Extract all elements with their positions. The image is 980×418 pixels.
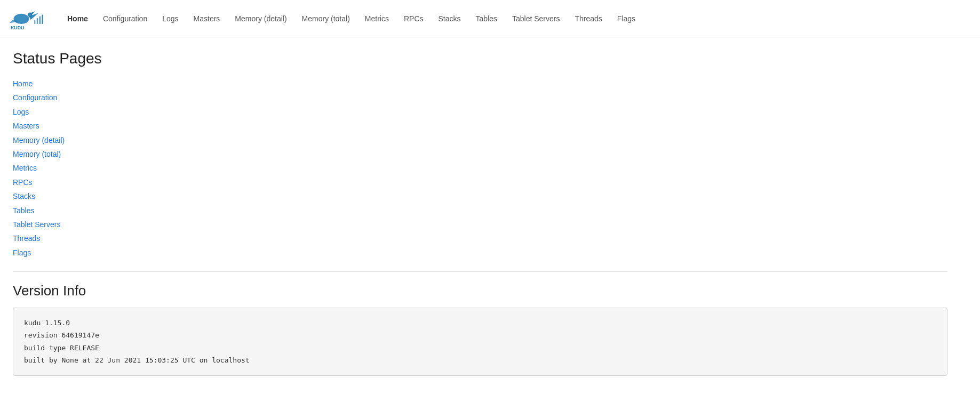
version-line: revision 64619147e [24,329,936,341]
navbar-link-configuration[interactable]: Configuration [95,10,155,27]
status-link-flags[interactable]: Flags [13,247,947,259]
status-link-masters[interactable]: Masters [13,120,947,132]
navbar-link-memory--total-[interactable]: Memory (total) [294,10,357,27]
navbar-link-rpcs[interactable]: RPCs [396,10,431,27]
status-link-memory--detail-[interactable]: Memory (detail) [13,134,947,146]
svg-point-0 [14,13,29,23]
navbar-link-memory--detail-[interactable]: Memory (detail) [227,10,294,27]
status-link-rpcs[interactable]: RPCs [13,176,947,188]
version-line: built by None at 22 Jun 2021 15:03:25 UT… [24,354,936,366]
navbar-link-tables[interactable]: Tables [468,10,505,27]
version-info-title: Version Info [13,283,947,299]
status-link-memory--total-[interactable]: Memory (total) [13,148,947,160]
navbar-link-home[interactable]: Home [60,10,95,27]
status-link-tables[interactable]: Tables [13,205,947,216]
navbar-link-threads[interactable]: Threads [567,10,609,27]
version-info-box: kudu 1.15.0revision 64619147ebuild type … [13,308,947,376]
svg-text:KUDU: KUDU [11,25,24,30]
svg-rect-5 [34,20,35,24]
svg-rect-8 [42,14,43,24]
version-line: build type RELEASE [24,342,936,354]
navbar-link-metrics[interactable]: Metrics [357,10,396,27]
navbar-link-tablet-servers[interactable]: Tablet Servers [505,10,567,27]
status-link-metrics[interactable]: Metrics [13,162,947,174]
section-divider [13,271,947,272]
status-link-stacks[interactable]: Stacks [13,190,947,202]
version-line: kudu 1.15.0 [24,317,936,329]
navbar-link-flags[interactable]: Flags [610,10,643,27]
svg-rect-6 [37,18,38,23]
kudu-logo-icon: KUDU [9,5,47,33]
status-link-threads[interactable]: Threads [13,232,947,244]
main-content: Status Pages HomeConfigurationLogsMaster… [0,37,960,389]
status-link-home[interactable]: Home [13,78,947,90]
status-link-tablet-servers[interactable]: Tablet Servers [13,219,947,230]
navbar-link-masters[interactable]: Masters [186,10,228,27]
svg-rect-7 [39,16,41,23]
page-title: Status Pages [13,50,947,67]
status-link-configuration[interactable]: Configuration [13,92,947,103]
logo[interactable]: KUDU [9,5,47,33]
navbar: KUDU HomeConfigurationLogsMastersMemory … [0,0,980,37]
status-link-logs[interactable]: Logs [13,106,947,118]
navbar-links: HomeConfigurationLogsMastersMemory (deta… [60,10,643,27]
navbar-link-stacks[interactable]: Stacks [431,10,468,27]
navbar-link-logs[interactable]: Logs [155,10,186,27]
status-links-list: HomeConfigurationLogsMastersMemory (deta… [13,78,947,259]
